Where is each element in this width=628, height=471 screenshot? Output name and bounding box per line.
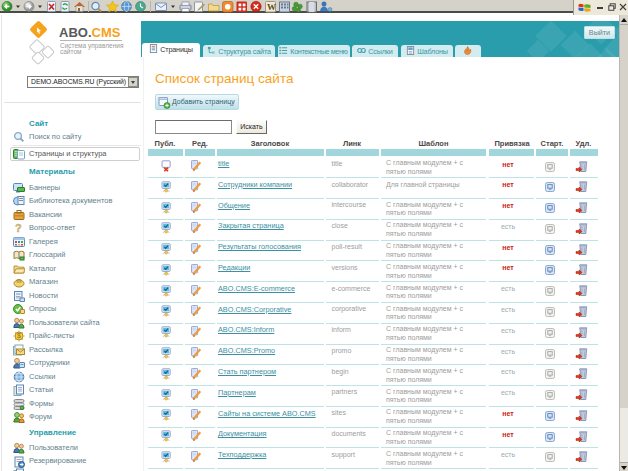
svg-text:W: W (267, 2, 276, 12)
svg-text:$: $ (17, 332, 21, 339)
svg-text:?: ? (15, 222, 22, 234)
